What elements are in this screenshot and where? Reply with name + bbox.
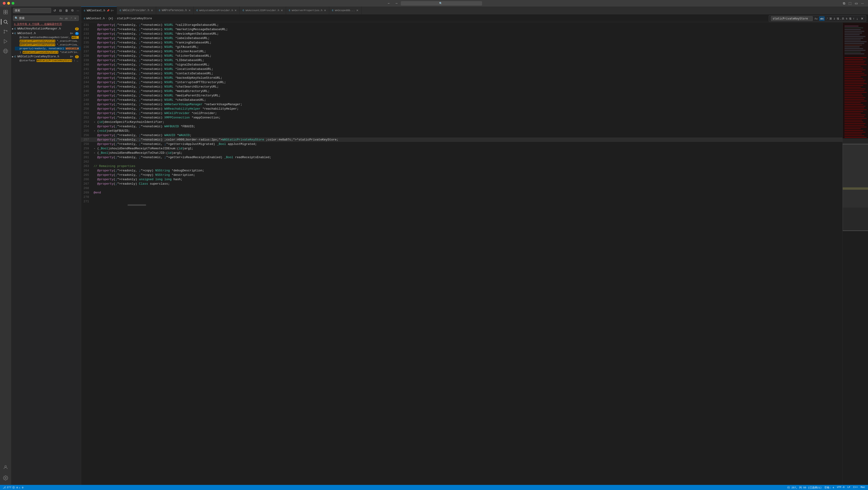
tabs-bar: C WAContext.h 📌 9+ C WACellProvider.h ✕ … — [81, 6, 868, 14]
activity-account[interactable] — [1, 463, 10, 472]
git-status[interactable]: ⎇ 277 ⓪ 0 ⚠ 0 — [2, 485, 24, 490]
nav-back-button[interactable]: ← — [386, 1, 392, 6]
svg-rect-48 — [844, 76, 861, 77]
file-group-header-wa-authkey[interactable]: ▶ C WAAuthkeyRotationManager.h 2 — [11, 27, 81, 31]
svg-point-4 — [4, 20, 7, 23]
tab-wa-account-jid[interactable]: C WAAccountJIDProvider.h ✕ — [240, 6, 286, 14]
find-prev-button[interactable]: ↑ — [852, 16, 855, 21]
line-number: 252 — [81, 116, 93, 120]
activity-git[interactable] — [1, 27, 10, 36]
file-group-header-wa-context[interactable]: ▼ C WAContext.h 9+ 5 — [11, 31, 81, 36]
tab-wa-scoped-ob[interactable]: C WAScopedOb... ✕ — [329, 6, 362, 14]
result-item[interactable]: @class WAStashedMessageRetriever, WAStat… — [15, 36, 81, 39]
line-content: @property(;">readonly, ;">nonatomic) WAN… — [93, 102, 842, 107]
line-content: @end — [93, 190, 842, 195]
tab-close-button[interactable]: ✕ — [324, 9, 326, 12]
minimize-button[interactable] — [7, 2, 10, 5]
regex-button[interactable]: .* — [826, 17, 829, 21]
result-item-active[interactable]: property(readonly, nonatomic) WAStaticPr… — [15, 47, 81, 51]
regex-button[interactable]: .* — [69, 17, 72, 20]
code-line-233: 233 @property(;">readonly, ;">nonatomic)… — [81, 32, 842, 36]
svg-rect-62 — [844, 101, 867, 101]
collapse-all-button[interactable]: ⊟ — [58, 8, 63, 13]
nav-forward-button[interactable]: → — [393, 1, 399, 6]
tab-close-button[interactable]: ✕ — [281, 9, 283, 12]
whole-word-button[interactable]: ab — [64, 17, 68, 20]
line-number: 243 — [81, 76, 93, 80]
code-line-248: 248 @property(;">readonly, ;">nonatomic)… — [81, 98, 842, 102]
tab-label: WAContext.h — [87, 9, 105, 12]
case-sensitive-button[interactable]: Aa — [59, 17, 63, 20]
svg-rect-76 — [844, 125, 864, 125]
tab-wa-context[interactable]: C WAContext.h 📌 9+ — [81, 6, 117, 14]
close-button[interactable] — [3, 2, 6, 5]
toggle-sidebar-button[interactable]: ▭ — [854, 1, 859, 6]
tab-close-button[interactable]: ✕ — [235, 9, 237, 12]
svg-rect-40 — [844, 63, 864, 63]
breadcrumb-object[interactable]: {e} — [108, 17, 113, 20]
line-content: @property(;">readonly, ;">nonatomic, ;">… — [93, 142, 842, 146]
match-case-button[interactable]: Aa — [814, 17, 818, 21]
horizontal-scrollbar[interactable] — [81, 204, 842, 206]
tab-label: WASystemDateProvider.h — [199, 9, 233, 12]
find-close-button[interactable]: ✕ — [860, 16, 864, 21]
tab-wa-server-props[interactable]: C WAServerProperties.h ✕ — [286, 6, 329, 14]
svg-rect-66 — [844, 108, 864, 108]
breadcrumb-file[interactable]: WAContext.h — [86, 17, 105, 20]
result-text: property(readonly, nonatomic) WAStaticPr… — [20, 47, 79, 50]
file-group-header-wa-static[interactable]: ▶ C WAStaticPrivateKeyStore.h 9+ 1 — [11, 55, 81, 59]
encoding-status[interactable]: UTF-8 — [836, 486, 845, 489]
code-line-259: 259- (_Bool)shouldSendReadReceiptToRemot… — [81, 146, 842, 151]
activity-search[interactable] — [1, 17, 10, 27]
result-item[interactable]: WAStaticPrivateKeyStore *_staticPrivateK… — [15, 43, 81, 47]
match-word-button[interactable]: ab| — [819, 17, 825, 21]
status-right: 行 257, 列 55 (已选择21) 空格: 4 UTF-8 LF C++ M… — [786, 486, 866, 489]
tab-close-button[interactable]: ✕ — [356, 9, 359, 12]
line-number: 266 — [81, 177, 93, 182]
activity-explorer[interactable] — [1, 7, 10, 17]
result-item[interactable]: WAStaticPrivateKeyStore *_staticPrivateK… — [15, 39, 81, 43]
split-editor-button[interactable]: ⧉ — [841, 1, 847, 6]
line-ending-status[interactable]: LF — [846, 486, 851, 489]
close-search-button[interactable]: ✕ — [73, 17, 77, 20]
search-input[interactable] — [13, 8, 51, 13]
cursor-position[interactable]: 行 257, 列 55 (已选择21) — [786, 486, 823, 489]
activity-debug[interactable] — [1, 37, 10, 46]
more-options-button[interactable]: ··· — [76, 8, 80, 13]
line-number: 234 — [81, 36, 93, 40]
svg-rect-50 — [844, 80, 865, 80]
line-content — [93, 160, 842, 164]
file-group-wa-static: ▶ C WAStaticPrivateKeyStore.h 9+ 1 @inte… — [11, 55, 81, 62]
clear-button[interactable]: 🗑 — [64, 8, 69, 13]
language-status[interactable]: C++ — [852, 486, 859, 489]
svg-rect-10 — [3, 50, 5, 52]
warning-count: ⚠ 0 — [19, 486, 24, 489]
breadcrumb-member[interactable]: staticPrivateKeyStore — [117, 17, 152, 20]
svg-point-15 — [5, 477, 6, 479]
find-input[interactable] — [771, 16, 813, 21]
open-in-editor-link[interactable]: 在编辑器中打开 — [44, 23, 62, 26]
open-in-editor-button[interactable]: ⧉ — [70, 8, 74, 13]
file-group-wa-context: ▼ C WAContext.h 9+ 5 @class WAStashedMes… — [11, 31, 81, 54]
tab-wa-preferences[interactable]: C WAPreferences.h ✕ — [156, 6, 194, 14]
tab-close-button[interactable]: ✕ — [188, 9, 191, 12]
code-editor[interactable]: 231 @property(;">readonly, ;">nonatomic)… — [81, 23, 842, 485]
maximize-button[interactable] — [11, 2, 14, 5]
more-button[interactable]: ··· — [860, 1, 865, 6]
line-content: @property(;">readonly, ;">nonatomic) NSU… — [93, 45, 842, 49]
tab-close-button[interactable]: ✕ — [151, 9, 153, 12]
activity-settings[interactable] — [1, 473, 10, 483]
find-next-button[interactable]: ↓ — [856, 16, 859, 21]
activity-extensions[interactable] — [1, 46, 10, 56]
result-item[interactable]: @interface WAStaticPrivateKeyStore : NSO… — [15, 59, 81, 62]
refresh-button[interactable]: ↺ — [53, 8, 57, 13]
toggle-panel-button[interactable]: ⬚ — [847, 1, 853, 6]
tab-wa-cell-provider[interactable]: C WACellProvider.h ✕ — [117, 6, 156, 14]
result-item[interactable]: ) WAStaticPrivateKeyStore *staticPrivate… — [15, 51, 81, 54]
close-result-button[interactable]: ✕ — [77, 47, 79, 50]
indentation[interactable]: 空格: 4 — [824, 486, 835, 489]
line-content: @property(;">readonly, ;">nonatomic, ;">… — [93, 155, 842, 160]
tab-wa-system-date[interactable]: C WASystemDateProvider.h ✕ — [194, 6, 240, 14]
line-content: @property(;">readonly, ;">nonatomic) NSU… — [93, 85, 842, 89]
file-group-wa-authkey: ▶ C WAAuthkeyRotationManager.h 2 — [11, 27, 81, 31]
